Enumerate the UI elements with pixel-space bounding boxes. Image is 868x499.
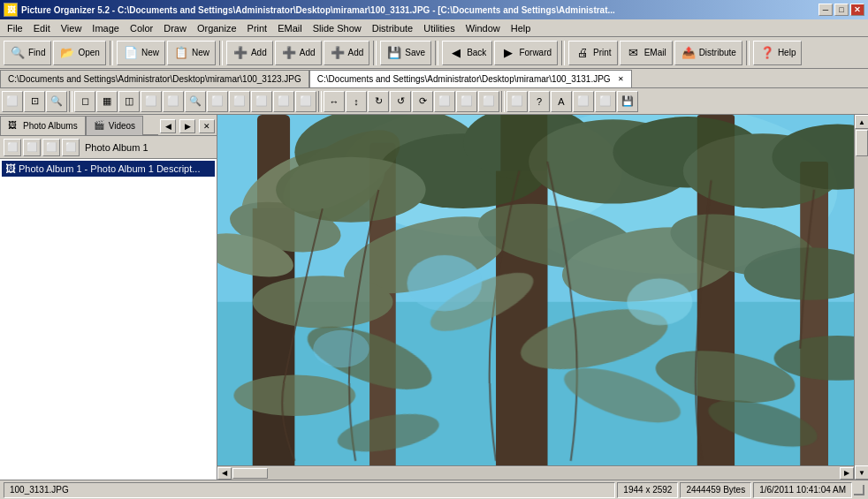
image-view[interactable] [217, 115, 868, 480]
menu-window[interactable]: Window [461, 19, 506, 36]
tab-2[interactable]: C:\Documents and Settings\Administrator\… [309, 70, 632, 87]
tb2-btn-26[interactable]: ⬜ [573, 91, 594, 112]
tb2-btn-7[interactable]: ⬜ [141, 91, 162, 112]
album-tool-2[interactable]: ⬜ [23, 139, 41, 156]
menu-help[interactable]: Help [506, 19, 537, 36]
tb2-btn-1[interactable]: ⬜ [2, 91, 23, 112]
print-icon: 🖨 [575, 45, 590, 61]
tb2-btn-28[interactable]: 💾 [617, 91, 638, 112]
panel-forward-btn[interactable]: ▶ [179, 119, 195, 133]
tab-1[interactable]: C:\Documents and Settings\Administrator\… [0, 70, 309, 87]
videos-label: Videos [109, 121, 135, 131]
horizontal-scrollbar[interactable]: ◀ ▶ [217, 465, 854, 480]
menu-color[interactable]: Color [125, 19, 158, 36]
tb2-btn-14[interactable]: ⬜ [295, 91, 316, 112]
tb2-sep-1 [69, 91, 72, 112]
tb2-btn-22[interactable]: ⬜ [478, 91, 499, 112]
find-button[interactable]: 🔍 Find [4, 41, 51, 65]
scroll-thumb[interactable] [856, 130, 868, 156]
tree-item-1[interactable]: 🖼 Photo Album 1 - Photo Album 1 Descript… [2, 161, 215, 177]
videos-tab[interactable]: 🎬 Videos [86, 116, 143, 135]
print-button[interactable]: 🖨 Print [568, 41, 618, 65]
menu-email[interactable]: EMail [272, 19, 308, 36]
resize-grip[interactable] [854, 485, 864, 495]
open-button[interactable]: 📂 Open [53, 41, 105, 65]
tab-2-close[interactable]: ✕ [618, 75, 624, 83]
album-tool-1[interactable]: ⬜ [4, 139, 21, 156]
new-button-2[interactable]: 📋 New [167, 41, 216, 65]
maximize-button[interactable]: □ [834, 4, 849, 16]
tb2-btn-23[interactable]: ⬜ [506, 91, 528, 112]
tb2-btn-11[interactable]: ⬜ [229, 91, 250, 112]
new-button-1[interactable]: 📄 New [117, 41, 165, 65]
vertical-scrollbar[interactable]: ▲ ▼ [854, 115, 868, 480]
status-filename: 100_3131.JPG [4, 482, 615, 498]
save-button[interactable]: 💾 Save [380, 41, 431, 65]
menu-view[interactable]: View [56, 19, 88, 36]
new-icon-1: 📄 [123, 45, 139, 61]
tb2-btn-15[interactable]: ↔ [324, 91, 345, 112]
menu-file[interactable]: File [2, 19, 28, 36]
menu-organize[interactable]: Organize [192, 19, 242, 36]
menu-edit[interactable]: Edit [28, 19, 56, 36]
album-tool-4[interactable]: ⬜ [62, 139, 80, 156]
menu-print[interactable]: Print [242, 19, 273, 36]
back-button[interactable]: ◀ Back [442, 41, 492, 65]
tb2-btn-3[interactable]: 🔍 [46, 91, 67, 112]
menu-draw[interactable]: Draw [158, 19, 192, 36]
hscroll-track[interactable] [232, 467, 840, 480]
tb2-btn-10[interactable]: ⬜ [207, 91, 228, 112]
scroll-up-button[interactable]: ▲ [855, 115, 868, 129]
scroll-down-button[interactable]: ▼ [855, 465, 868, 480]
help-button[interactable]: ❓ Help [753, 41, 803, 65]
tb2-btn-27[interactable]: ⬜ [595, 91, 616, 112]
dimensions-text: 1944 x 2592 [623, 485, 672, 495]
album-tree: 🖼 Photo Album 1 - Photo Album 1 Descript… [0, 159, 217, 480]
forward-button[interactable]: ▶ Forward [494, 41, 558, 65]
tb2-btn-9[interactable]: 🔍 [185, 91, 206, 112]
tb2-btn-6[interactable]: ◫ [118, 91, 140, 112]
minimize-button[interactable]: ─ [819, 4, 833, 16]
tb2-btn-24[interactable]: ? [529, 91, 550, 112]
menu-slideshow[interactable]: Slide Show [308, 19, 367, 36]
tree-image-svg [217, 115, 868, 480]
videos-icon: 🎬 [94, 120, 106, 132]
album-tool-3[interactable]: ⬜ [42, 139, 60, 156]
add-button-2[interactable]: ➕ Add [275, 41, 322, 65]
photo-albums-tab[interactable]: 🖼 Photo Albums [0, 116, 86, 135]
menu-distribute[interactable]: Distribute [367, 19, 418, 36]
add-button-1[interactable]: ➕ Add [226, 41, 273, 65]
tb2-btn-5[interactable]: ▦ [96, 91, 118, 112]
tb2-btn-20[interactable]: ⬜ [434, 91, 455, 112]
tb2-btn-12[interactable]: ⬜ [251, 91, 272, 112]
album-title: Photo Album 1 [85, 142, 148, 153]
email-button[interactable]: ✉ EMail [620, 41, 673, 65]
tb2-btn-19[interactable]: ⟳ [412, 91, 433, 112]
tb2-btn-21[interactable]: ⬜ [456, 91, 477, 112]
menu-image[interactable]: Image [87, 19, 125, 36]
hscroll-thumb[interactable] [232, 468, 268, 479]
add-button-3[interactable]: ➕ Add [324, 41, 370, 65]
tb2-btn-17[interactable]: ↻ [368, 91, 389, 112]
tb2-sep-3 [501, 91, 505, 112]
tb2-btn-4[interactable]: ◻ [74, 91, 95, 112]
menu-utilities[interactable]: Utilities [418, 19, 460, 36]
scroll-track[interactable] [855, 129, 868, 465]
panel-close-btn[interactable]: ✕ [199, 119, 215, 133]
image-view-panel: ▲ ▼ ◀ ▶ [217, 115, 868, 480]
tb2-btn-25[interactable]: A [551, 91, 572, 112]
panel-back-btn[interactable]: ◀ [160, 119, 176, 133]
hscroll-right-button[interactable]: ▶ [840, 467, 854, 480]
find-icon: 🔍 [10, 45, 26, 61]
tb2-btn-13[interactable]: ⬜ [273, 91, 294, 112]
tb2-btn-8[interactable]: ⬜ [163, 91, 184, 112]
tb2-btn-2[interactable]: ⊡ [24, 91, 45, 112]
photo-albums-label: Photo Albums [23, 121, 78, 131]
distribute-button[interactable]: 📤 Distribute [674, 41, 742, 65]
distribute-icon: 📤 [681, 45, 697, 61]
tb2-btn-16[interactable]: ↕ [346, 91, 367, 112]
title-bar-text: Picture Organizer 5.2 - C:\Documents and… [21, 5, 615, 15]
tb2-btn-18[interactable]: ↺ [390, 91, 411, 112]
close-button[interactable]: ✕ [850, 4, 864, 16]
hscroll-left-button[interactable]: ◀ [217, 467, 232, 480]
